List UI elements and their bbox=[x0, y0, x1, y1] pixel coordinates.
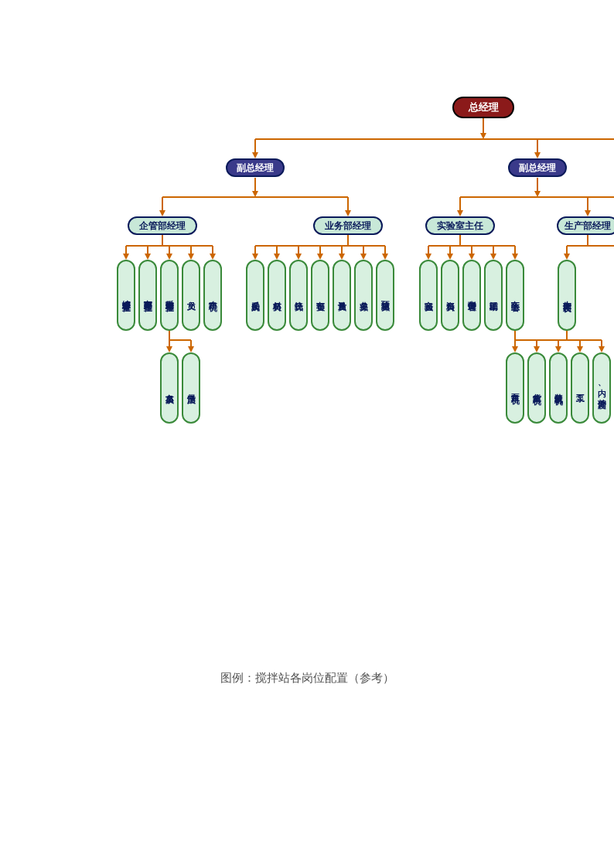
svg-marker-1 bbox=[480, 133, 486, 139]
svg-marker-18 bbox=[457, 210, 463, 216]
leaf-g3-2: 责任管理 bbox=[462, 260, 481, 331]
svg-marker-44 bbox=[339, 254, 345, 260]
svg-marker-15 bbox=[534, 191, 541, 197]
svg-marker-20 bbox=[585, 210, 591, 216]
leaf-fleet-3: 泵工 bbox=[571, 352, 589, 424]
svg-marker-13 bbox=[345, 210, 351, 216]
leaf-fleet-0: 泵车司机 bbox=[506, 352, 524, 424]
leaf-admin-0: 文事员 bbox=[160, 352, 179, 424]
leaf-g2-4: 计量员 bbox=[333, 260, 351, 331]
svg-marker-30 bbox=[188, 254, 194, 260]
leaf-fleet-4: 内、外调度 bbox=[592, 352, 611, 424]
leaf-g2-0: 采购员 bbox=[246, 260, 264, 331]
svg-marker-38 bbox=[274, 254, 280, 260]
leaf-g1-3: 文员 bbox=[182, 260, 200, 331]
leaf-g3-3: 辅助工 bbox=[484, 260, 503, 331]
leaf-g4-0: 生产调度长 bbox=[558, 260, 576, 331]
svg-marker-76 bbox=[534, 346, 540, 352]
leaf-g3-4: 车队主管 bbox=[506, 260, 524, 331]
chart-caption: 图例：搅拌站各岗位配置（参考） bbox=[0, 671, 614, 686]
leaf-g2-3: 车管员 bbox=[311, 260, 329, 331]
svg-marker-36 bbox=[252, 254, 258, 260]
leaf-g1-2: 后勤管理主任 bbox=[160, 260, 179, 331]
node-deputy-1: 副总经理 bbox=[226, 158, 285, 177]
node-manager-1: 企管部经理 bbox=[128, 216, 197, 235]
leaf-g1-0: 综合管理主任 bbox=[117, 260, 135, 331]
svg-marker-42 bbox=[317, 254, 323, 260]
svg-marker-70 bbox=[188, 346, 194, 352]
svg-marker-40 bbox=[295, 254, 302, 260]
leaf-fleet-2: 装载机司机 bbox=[549, 352, 568, 424]
svg-marker-56 bbox=[469, 254, 475, 260]
svg-marker-48 bbox=[382, 254, 388, 260]
svg-marker-46 bbox=[360, 254, 367, 260]
svg-marker-68 bbox=[166, 346, 172, 352]
leaf-admin-1: 保洁员 bbox=[182, 352, 200, 424]
svg-marker-28 bbox=[166, 254, 172, 260]
svg-marker-52 bbox=[425, 254, 432, 260]
org-chart: 总经理 副总经理 副总经理 企管部经理 业务部经理 实验室主任 生产部经理 综合… bbox=[0, 0, 614, 433]
svg-marker-74 bbox=[512, 346, 518, 352]
leaf-g3-1: 资料员 bbox=[441, 260, 459, 331]
node-manager-3: 实验室主任 bbox=[425, 216, 495, 235]
leaf-g2-2: 统计员 bbox=[289, 260, 308, 331]
leaf-g2-1: 材料员 bbox=[268, 260, 286, 331]
svg-marker-32 bbox=[210, 254, 216, 260]
node-root: 总经理 bbox=[452, 97, 514, 118]
svg-marker-58 bbox=[490, 254, 496, 260]
svg-marker-78 bbox=[555, 346, 561, 352]
node-manager-4: 生产部经理 bbox=[557, 216, 614, 235]
node-manager-2: 业务部经理 bbox=[313, 216, 383, 235]
leaf-g3-0: 实验员 bbox=[419, 260, 438, 331]
svg-marker-54 bbox=[447, 254, 453, 260]
svg-marker-82 bbox=[599, 346, 605, 352]
leaf-g2-5: 业务员 bbox=[354, 260, 373, 331]
svg-marker-26 bbox=[145, 254, 151, 260]
svg-marker-80 bbox=[577, 346, 583, 352]
leaf-g2-6: 预结算员 bbox=[376, 260, 394, 331]
svg-marker-64 bbox=[564, 254, 570, 260]
svg-marker-11 bbox=[159, 210, 165, 216]
svg-marker-8 bbox=[252, 191, 258, 197]
svg-marker-4 bbox=[252, 152, 258, 158]
svg-marker-24 bbox=[123, 254, 129, 260]
svg-marker-60 bbox=[512, 254, 518, 260]
leaf-g1-4: 小车司机 bbox=[203, 260, 222, 331]
leaf-fleet-1: 货丰车司机 bbox=[527, 352, 546, 424]
node-deputy-2: 副总经理 bbox=[508, 158, 567, 177]
svg-marker-6 bbox=[534, 152, 541, 158]
leaf-g1-1: 车商管理主任 bbox=[138, 260, 157, 331]
